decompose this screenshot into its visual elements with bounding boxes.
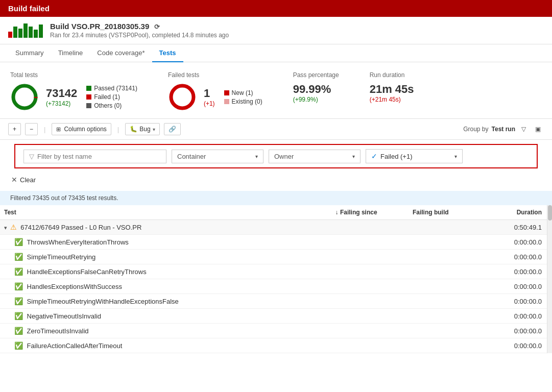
group-row-cell: ▾ ⚠ 67412/67649 Passed - L0 Run - VSO.PR [0, 220, 331, 235]
test-row-label: ✅ NegativeTimeoutIsInvalid [0, 309, 331, 324]
owner-dropdown[interactable]: Owner ▾ [269, 150, 361, 163]
tab-tests[interactable]: Tests [152, 44, 183, 62]
col-failing-since[interactable]: ↓ Failing since [331, 205, 409, 220]
table-row[interactable]: ✅ HandleExceptionsFalseCanRetryThrows 0:… [0, 264, 552, 279]
failed-tests-delta: (+1) [204, 100, 215, 107]
group-by-section: Group by Test run ▽ ▣ [463, 124, 544, 135]
legend-failed-dot [86, 94, 91, 100]
container-chevron-icon: ▾ [255, 154, 258, 159]
filter-area: ▽ Container ▾ Owner ▾ ✓ Failed (+1) ▾ ✕ … [7, 144, 545, 187]
pass-icon: ✅ [14, 327, 23, 335]
pass-percentage-label: Pass percentage [293, 71, 339, 79]
toolbar: + − | ⊞ Column options | 🐛 Bug ▾ 🔗 Group… [0, 119, 552, 140]
bar3 [18, 29, 22, 38]
test-failing-build [409, 294, 481, 309]
test-row-label: ✅ SimpleTimeoutRetryingWithHandleExcepti… [0, 294, 331, 309]
test-failing-build [409, 338, 481, 353]
bug-button[interactable]: 🐛 Bug ▾ [125, 123, 159, 135]
test-failing-build [409, 324, 481, 338]
pass-icon: ✅ [14, 267, 23, 276]
svg-point-4 [171, 86, 194, 108]
run-duration-value: 21m 45s [370, 83, 414, 96]
failed-check-icon: ✓ [371, 152, 377, 160]
build-failed-banner: Build failed [0, 0, 552, 17]
test-row-label: ✅ SimpleTimeoutRetrying [0, 250, 331, 264]
failed-filter-label: Failed (+1) [380, 153, 413, 160]
total-tests-value: 73142 [46, 87, 77, 100]
test-failing-since [331, 235, 409, 250]
group-by-value: Test run [492, 126, 515, 133]
pass-icon: ✅ [14, 312, 23, 320]
build-title: Build VSO.PR_20180305.39 ⟳ [50, 22, 229, 31]
filter-by-test-name-input[interactable] [37, 153, 161, 160]
test-duration: 0:00:00.0 [480, 294, 552, 309]
scrollbar-track[interactable] [547, 205, 552, 353]
pass-icon: ✅ [14, 282, 23, 290]
table-header-row: Test ↓ Failing since Failing build Durat… [0, 205, 552, 220]
warning-icon: ⚠ [10, 223, 17, 231]
failed-tests-value: 1 [204, 87, 215, 100]
owner-chevron-icon: ▾ [352, 154, 355, 159]
test-failing-build [409, 279, 481, 294]
test-failing-build [409, 235, 481, 250]
failed-tests-donut [168, 83, 197, 111]
legend-passed-label: Passed (73141) [94, 85, 137, 92]
layout-icon: ▣ [535, 126, 541, 133]
tab-timeline[interactable]: Timeline [51, 44, 90, 62]
test-row-label: ✅ FailureActionCalledAfterTimeout [0, 338, 331, 353]
add-button[interactable]: + [8, 123, 21, 135]
clear-button[interactable]: ✕ Clear [7, 173, 40, 187]
build-name-text: Build VSO.PR_20180305.39 [50, 22, 149, 31]
table-row[interactable]: ✅ FailureActionCalledAfterTimeout 0:00:0… [0, 338, 552, 353]
bug-chevron-icon: ▾ [153, 127, 155, 132]
table-row[interactable]: ✅ ThrowsWhenEveryIterationThrows 0:00:00… [0, 235, 552, 250]
column-options-button[interactable]: ⊞ Column options [52, 123, 111, 135]
table-row[interactable]: ✅ NegativeTimeoutIsInvalid 0:00:00.0 [0, 309, 552, 324]
filter-toggle-button[interactable]: ▽ [518, 124, 529, 135]
build-subtitle: Ran for 23.4 minutes (VSTSP0Pool), compl… [50, 32, 229, 39]
legend-new-dot [224, 90, 229, 95]
test-duration: 0:00:00.0 [480, 324, 552, 338]
pass-percentage-block: Pass percentage 99.99% (+99.9%) [293, 71, 339, 111]
run-duration-delta: (+21m 45s) [370, 96, 414, 103]
total-tests-label: Total tests [10, 71, 137, 79]
table-row[interactable]: ✅ ZeroTimeoutIsInvalid 0:00:00.0 [0, 324, 552, 338]
total-tests-block: Total tests 73142 (+73142) Passed (73141… [10, 71, 137, 111]
test-failing-since [331, 250, 409, 264]
tab-summary[interactable]: Summary [8, 44, 51, 62]
test-duration: 0:00:00.0 [480, 309, 552, 324]
container-dropdown[interactable]: Container ▾ [172, 150, 263, 163]
table-row[interactable]: ✅ SimpleTimeoutRetryingWithHandleExcepti… [0, 294, 552, 309]
failed-dropdown[interactable]: ✓ Failed (+1) ▾ [366, 149, 463, 163]
sync-icon[interactable]: ⟳ [154, 23, 160, 31]
table-row[interactable]: ✅ SimpleTimeoutRetrying 0:00:00.0 [0, 250, 552, 264]
filter-input-wrap[interactable]: ▽ [23, 150, 166, 163]
tab-code-coverage[interactable]: Code coverage* [90, 44, 152, 62]
owner-label: Owner [274, 153, 294, 160]
test-row-label: ✅ HandlesExceptionsWithSuccess [0, 279, 331, 294]
expand-icon[interactable]: ▾ [4, 225, 7, 231]
total-tests-delta: (+73142) [46, 100, 77, 107]
col-duration: Duration [480, 205, 552, 220]
bar2 [13, 27, 17, 38]
scrollbar-thumb[interactable] [548, 205, 552, 220]
link-button[interactable]: 🔗 [164, 123, 181, 135]
layout-toggle-button[interactable]: ▣ [532, 124, 544, 135]
group-failing-build [409, 220, 481, 235]
group-duration: 0:50:49.1 [480, 220, 552, 235]
col-test: Test [0, 205, 331, 220]
test-group-row[interactable]: ▾ ⚠ 67412/67649 Passed - L0 Run - VSO.PR… [0, 220, 552, 235]
test-duration: 0:00:00.0 [480, 279, 552, 294]
test-failing-build [409, 264, 481, 279]
minus-button[interactable]: − [25, 123, 38, 135]
filter-bar: ▽ Container ▾ Owner ▾ ✓ Failed (+1) ▾ [14, 144, 538, 168]
link-icon: 🔗 [169, 126, 176, 133]
pass-icon: ✅ [14, 297, 23, 305]
table-row[interactable]: ✅ HandlesExceptionsWithSuccess 0:00:00.0 [0, 279, 552, 294]
minus-icon: − [30, 126, 33, 133]
run-duration-block: Run duration 21m 45s (+21m 45s) [370, 71, 414, 111]
legend-passed-dot [86, 86, 91, 91]
failed-tests-legend: New (1) Existing (0) [224, 89, 262, 105]
test-failing-since [331, 294, 409, 309]
test-failing-since [331, 309, 409, 324]
